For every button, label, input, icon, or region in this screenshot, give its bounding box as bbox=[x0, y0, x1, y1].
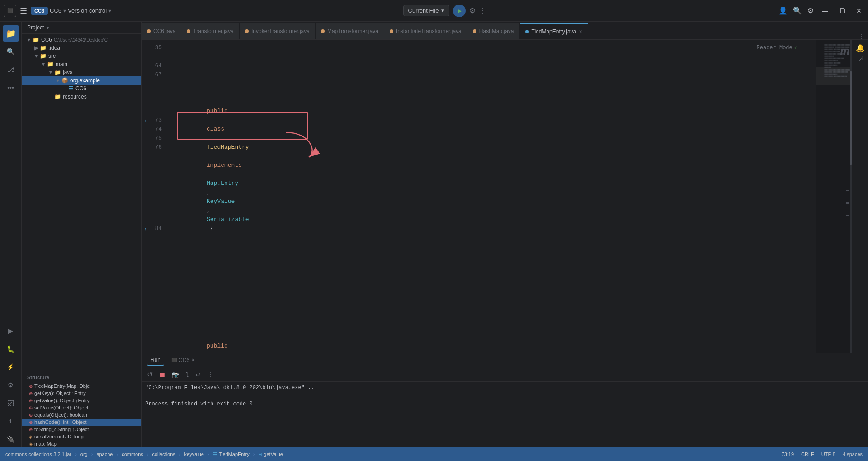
git-icon[interactable]: ⎇ bbox=[857, 56, 864, 63]
statusbar-commons[interactable]: commons bbox=[122, 452, 143, 457]
struct-getkey[interactable]: ⊕ getKey(): Object ↑Entry bbox=[22, 390, 141, 397]
statusbar-getvalue[interactable]: ⊕ getValue bbox=[258, 452, 283, 457]
tab-invokertransformer[interactable]: InvokerTransformer.java bbox=[240, 23, 316, 39]
struct-serialversionuid[interactable]: ◈ serialVersionUID: long = bbox=[22, 433, 141, 440]
minimap-scrollbar-thumb[interactable] bbox=[850, 71, 852, 165]
struct-setvalue[interactable]: ⊕ setValue(Object): Object bbox=[22, 404, 141, 411]
stop-button[interactable]: ⏹ bbox=[157, 370, 167, 379]
tree-item-cc6-class[interactable]: ☰ CC6 bbox=[22, 85, 141, 93]
tree-item-java[interactable]: ▾ 📁 java bbox=[22, 68, 141, 76]
screenshot-button[interactable]: 📷 bbox=[170, 370, 181, 379]
tree-label-resources: resources bbox=[63, 94, 87, 100]
activity-debug[interactable]: 🐛 bbox=[3, 341, 19, 357]
struct-icon-map: ◈ bbox=[29, 442, 33, 447]
statusbar-tiedmapentry[interactable]: ☰ TiedMapEntry bbox=[213, 452, 250, 457]
arrow-org-example: ▾ bbox=[54, 77, 61, 84]
tree-item-src[interactable]: ▾ 📁 src bbox=[22, 52, 141, 60]
statusbar-position[interactable]: 73:19 bbox=[782, 452, 794, 457]
close-button[interactable]: ✕ bbox=[854, 7, 864, 14]
tab-transformer[interactable]: Transformer.java bbox=[181, 23, 240, 39]
tree-item-org-example[interactable]: ▾ 📦 org.example bbox=[22, 76, 141, 85]
bottom-tab-run-label: Run bbox=[151, 357, 160, 363]
scroll-indicator-1 bbox=[846, 190, 849, 191]
activity-more[interactable]: ••• bbox=[3, 80, 19, 96]
step-over-button[interactable]: ⤵ bbox=[184, 370, 191, 379]
statusbar-jar-label: commons-collections-3.2.1.jar bbox=[5, 452, 71, 457]
restart-button[interactable]: ↺ bbox=[145, 369, 155, 380]
activity-info[interactable]: ℹ bbox=[3, 413, 19, 429]
run-button[interactable]: ▶ bbox=[453, 5, 466, 17]
activity-image[interactable]: 🖼 bbox=[3, 395, 19, 411]
struct-getvalue[interactable]: ⊕ getValue(): Object ↑Entry bbox=[22, 397, 141, 404]
terminal-line-1: "C:\Program Files\Java\jdk1.8.0_202\bin\… bbox=[145, 384, 864, 392]
activity-services[interactable]: ⚙ bbox=[3, 377, 19, 393]
statusbar-apache[interactable]: apache bbox=[96, 452, 113, 457]
activity-run-panel[interactable]: ⚡ bbox=[3, 359, 19, 375]
struct-label-setvalue: setValue(Object): Object bbox=[34, 405, 88, 410]
struct-hashcode[interactable]: ⊕ hashCode(): int ↑Object bbox=[22, 419, 141, 426]
tree-item-idea[interactable]: ▶ 📁 .idea bbox=[22, 44, 141, 52]
struct-constructor[interactable]: ⊕ TiedMapEntry(Map, Obje bbox=[22, 382, 141, 390]
tab-instantiate[interactable]: InstantiateTransformer.java bbox=[384, 23, 467, 39]
minimize-button[interactable]: — bbox=[819, 7, 831, 14]
struct-label-constructor: TiedMapEntry(Map, Obje bbox=[34, 383, 90, 389]
tab-dot-transformer bbox=[187, 29, 190, 33]
activity-project[interactable]: 📁 bbox=[3, 25, 19, 42]
statusbar-tiedmapentry-label: TiedMapEntry bbox=[219, 452, 250, 457]
more-bottom-button[interactable]: ⋮ bbox=[205, 370, 215, 379]
statusbar-encoding[interactable]: UTF-8 bbox=[821, 452, 835, 457]
activity-git[interactable]: ⎇ bbox=[3, 61, 19, 78]
struct-tostring[interactable]: ⊕ toString(): String ↑Object bbox=[22, 426, 141, 433]
tree-item-resources[interactable]: 📁 resources bbox=[22, 93, 141, 101]
bottom-tab-cc6[interactable]: ⬛ CC6 ✕ bbox=[168, 355, 198, 365]
user-icon[interactable]: 👤 bbox=[778, 6, 788, 15]
struct-icon-tostring: ⊕ bbox=[29, 427, 33, 432]
statusbar-sep2: › bbox=[91, 452, 93, 457]
tab-close-tiedmap[interactable]: ✕ bbox=[579, 29, 582, 34]
tree-item-main[interactable]: ▾ 📁 main bbox=[22, 60, 141, 68]
file-tree: ▾ 📁 CC6 C:\Users\14341\Desktop\C ▶ 📁 .id… bbox=[22, 34, 141, 372]
hamburger-menu[interactable]: ☰ bbox=[20, 6, 27, 16]
tab-hashmap[interactable]: HashMap.java bbox=[467, 23, 520, 39]
statusbar-org[interactable]: org bbox=[80, 452, 88, 457]
activity-run-debug[interactable]: ▶ bbox=[3, 323, 19, 339]
interface-serializable: Serializable bbox=[207, 216, 249, 223]
structure-panel-header: Structure bbox=[22, 372, 141, 382]
current-file-selector[interactable]: Current File ▾ bbox=[403, 5, 450, 16]
reader-mode-button[interactable]: Reader Mode ✓ bbox=[757, 43, 797, 52]
statusbar-sep7: › bbox=[253, 452, 255, 457]
tabs-more-button[interactable]: ⋮ bbox=[855, 33, 868, 39]
step-back-button[interactable]: ↩ bbox=[193, 370, 203, 379]
tree-item-cc6-root[interactable]: ▾ 📁 CC6 C:\Users\14341\Desktop\C bbox=[22, 36, 141, 44]
build-icon[interactable]: ⚙ bbox=[469, 6, 476, 15]
version-control-label[interactable]: Version control bbox=[68, 7, 107, 14]
space bbox=[207, 352, 210, 353]
activity-plugins[interactable]: 🔌 bbox=[3, 431, 19, 447]
activity-find[interactable]: 🔍 bbox=[3, 43, 19, 60]
struct-equals[interactable]: ⊕ equals(Object): boolean bbox=[22, 411, 141, 419]
statusbar-crlf[interactable]: CRLF bbox=[801, 452, 814, 457]
search-icon[interactable]: 🔍 bbox=[793, 6, 802, 15]
bottom-tab-run[interactable]: Run bbox=[147, 355, 164, 366]
notifications-icon[interactable]: 🔔 bbox=[856, 43, 865, 52]
tab-tiedmapentry[interactable]: TiedMapEntry.java ✕ bbox=[520, 23, 589, 39]
project-header-chevron: ▾ bbox=[47, 25, 49, 30]
more-options-icon[interactable]: ⋮ bbox=[479, 6, 486, 15]
interface-mapentry: Map.Entry bbox=[207, 180, 238, 187]
statusbar-jar[interactable]: commons-collections-3.2.1.jar bbox=[5, 452, 71, 457]
tab-cc6java[interactable]: CC6.java bbox=[142, 23, 181, 39]
struct-map[interactable]: ◈ map: Map bbox=[22, 440, 141, 447]
statusbar-collections[interactable]: collections bbox=[152, 452, 175, 457]
project-panel-header: Project ▾ bbox=[22, 22, 141, 34]
struct-icon-hashcode: ⊕ bbox=[29, 420, 33, 425]
statusbar-indent[interactable]: 4 spaces bbox=[843, 452, 863, 457]
restore-button[interactable]: ⧠ bbox=[836, 7, 848, 14]
code-editor[interactable]: Reader Mode ✓ public class TiedMapEntry … bbox=[164, 40, 816, 353]
bottom-tab-cc6-close[interactable]: ✕ bbox=[191, 358, 195, 362]
project-badge[interactable]: CC6 bbox=[31, 7, 48, 15]
struct-icon-setvalue: ⊕ bbox=[29, 405, 33, 410]
scroll-indicator-2 bbox=[846, 202, 849, 204]
tab-maptransformer[interactable]: MapTransformer.java bbox=[316, 23, 384, 39]
settings-icon[interactable]: ⚙ bbox=[807, 6, 814, 15]
statusbar-keyvalue[interactable]: keyvalue bbox=[184, 452, 204, 457]
